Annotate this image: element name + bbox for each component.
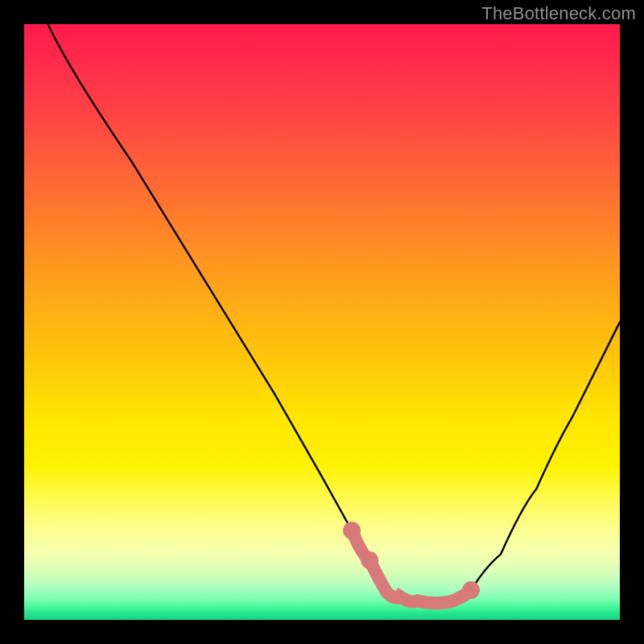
highlight-point (343, 522, 361, 539)
highlight-point (462, 581, 480, 599)
watermark-text: TheBottleneck.com (481, 3, 636, 24)
bottleneck-curve (48, 24, 620, 603)
chart-frame: TheBottleneck.com (0, 0, 644, 644)
plot-area (24, 24, 620, 620)
highlight-point (361, 551, 378, 569)
curve-overlay (24, 24, 620, 620)
